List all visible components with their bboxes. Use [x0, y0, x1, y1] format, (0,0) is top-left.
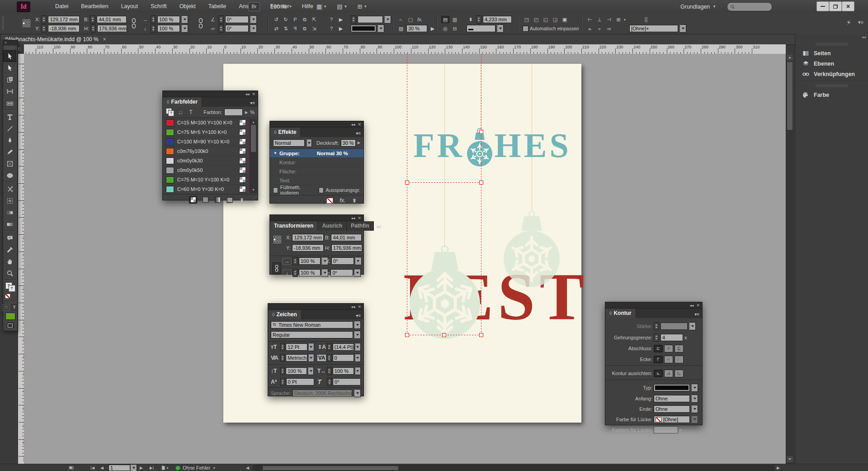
- leading-dd[interactable]: [355, 343, 361, 351]
- end-dd[interactable]: [691, 405, 698, 413]
- hscale-field[interactable]: 100 %: [333, 367, 354, 375]
- convert-proxy-button[interactable]: ⣿: [642, 16, 650, 23]
- vertical-ruler[interactable]: 0102030405060708090100110120130140150160…: [18, 54, 24, 464]
- panel-titlebar[interactable]: ◂◂✕: [163, 91, 258, 97]
- close-icon[interactable]: ✕: [358, 122, 361, 127]
- swatch-row[interactable]: C=15 M=100 Y=100 K=0: [163, 118, 258, 128]
- selection-handle[interactable]: [405, 333, 409, 337]
- skew-spinner[interactable]: [327, 378, 332, 386]
- select-container-button[interactable]: P: [291, 16, 299, 23]
- stroke-swatch[interactable]: ?: [9, 285, 15, 292]
- skew-field[interactable]: 0°: [333, 378, 361, 385]
- selection-edge-middle[interactable]: [407, 182, 481, 183]
- workspace-switcher[interactable]: Grundlagen ▼: [680, 0, 716, 13]
- effect-target-row[interactable]: Kontur:: [270, 158, 363, 167]
- height-field[interactable]: 176,936 mm: [97, 25, 127, 32]
- tab-kontur[interactable]: ◊Kontur: [605, 309, 636, 318]
- swatch-row[interactable]: C=100 M=90 Y=10 K=0: [163, 137, 258, 147]
- gap-spinner[interactable]: [476, 15, 481, 24]
- select-content-button[interactable]: ⧉: [301, 16, 309, 23]
- vertical-scrollbar[interactable]: [786, 54, 793, 464]
- first-page-button[interactable]: |◀: [89, 464, 96, 471]
- fx-button[interactable]: fx.: [340, 197, 345, 204]
- tint-slider-icon[interactable]: ▶: [245, 110, 248, 114]
- blend-mode-dropdown[interactable]: Normal: [273, 139, 305, 147]
- headline-frohes[interactable]: FR HES: [403, 126, 581, 173]
- rotation-field[interactable]: 0°: [225, 16, 249, 23]
- chevron-down-icon[interactable]: [354, 269, 361, 277]
- tab-farbfelder[interactable]: ◊Farbfelder: [163, 97, 202, 107]
- panel-titlebar[interactable]: ◂◂✕: [270, 215, 363, 221]
- opacity-slider-icon[interactable]: ▶: [358, 141, 360, 145]
- rotation-field[interactable]: 0°: [331, 257, 354, 265]
- leading-field[interactable]: (14,4 Pt): [333, 343, 354, 351]
- scale-y-field[interactable]: 100 %: [157, 25, 180, 32]
- join-bevel-button[interactable]: 〉: [675, 356, 684, 363]
- swatch-scrollbar[interactable]: ▲▼: [250, 119, 257, 193]
- vscale-spinner[interactable]: [280, 367, 285, 375]
- width-field[interactable]: 44,01 mm: [97, 16, 127, 23]
- y-spinner[interactable]: [41, 24, 47, 33]
- tab-pathfin[interactable]: Pathfin: [347, 221, 374, 231]
- rotate-cw-button[interactable]: ↻: [282, 16, 290, 23]
- selection-handle[interactable]: [442, 333, 446, 337]
- apply-color-button[interactable]: [5, 313, 15, 320]
- dock-item-ebenen[interactable]: Ebenen: [795, 58, 868, 69]
- menu-hilfe[interactable]: Hilfe: [296, 0, 320, 13]
- stroke-weight-field[interactable]: [358, 16, 383, 23]
- kerning-field[interactable]: Metrisch: [286, 354, 307, 362]
- rotation-icon[interactable]: ∠: [209, 16, 217, 23]
- dock-collapse-icon[interactable]: ◂◂: [795, 34, 868, 40]
- zoom-tool[interactable]: [3, 267, 16, 279]
- horizontal-scroll-thumb[interactable]: [263, 466, 398, 470]
- link-scale-icon[interactable]: [198, 18, 203, 31]
- tab-effekte[interactable]: ◊Effekte: [270, 128, 301, 137]
- tab-zeichen[interactable]: ◊Zeichen: [268, 310, 302, 319]
- view-mode-button[interactable]: [6, 322, 15, 329]
- effect-target-row[interactable]: Fläche:: [270, 167, 363, 176]
- trash-icon[interactable]: [352, 198, 357, 203]
- collapse-icon[interactable]: ◂◂: [351, 122, 355, 127]
- flyout-1[interactable]: ▶: [337, 16, 345, 23]
- panel-menu-icon[interactable]: ▾≡: [247, 99, 258, 107]
- preflight-status[interactable]: Ohne Fehler ▼: [175, 464, 216, 471]
- pencil-tool[interactable]: [3, 146, 16, 158]
- tint-field[interactable]: [224, 109, 243, 116]
- scissors-tool[interactable]: [3, 183, 16, 195]
- link-dimensions-icon[interactable]: [131, 18, 137, 31]
- chevron-down-icon[interactable]: [355, 257, 362, 265]
- hscroll-left-button[interactable]: ◀: [244, 464, 251, 471]
- scale-x-field[interactable]: 100 %: [157, 16, 180, 23]
- miter-spinner[interactable]: [654, 333, 659, 342]
- flyout-2[interactable]: ▶: [337, 25, 345, 32]
- knockout-group-checkbox[interactable]: [319, 187, 324, 193]
- selection-edge-left[interactable]: [407, 54, 407, 335]
- page-menu-button[interactable]: ▼: [160, 464, 169, 471]
- swatch-row[interactable]: c0m0y0k50: [163, 166, 258, 175]
- shear-field[interactable]: 0°: [225, 25, 249, 32]
- effect-target-row[interactable]: Text:: [270, 176, 363, 185]
- join-miter-button[interactable]: Γ: [654, 356, 663, 363]
- screen-mode-button[interactable]: ▤▼: [337, 3, 347, 10]
- close-button[interactable]: ×: [842, 1, 854, 11]
- stroke-type-chevron[interactable]: [377, 24, 384, 33]
- text-format-button[interactable]: T: [187, 109, 195, 116]
- object-style-dropdown[interactable]: [Ohne]+: [629, 25, 678, 32]
- selection-handle[interactable]: [479, 333, 483, 337]
- resize-grip-icon[interactable]: ⋰: [253, 195, 257, 200]
- x-field[interactable]: 129,172 mm: [292, 234, 324, 241]
- dock-item-farbe[interactable]: Farbe: [795, 90, 868, 100]
- cap-butt-button[interactable]: ⊏: [654, 345, 663, 352]
- vscale-field[interactable]: 100 %: [286, 367, 307, 375]
- align-button-1[interactable]: ⊢: [586, 16, 594, 23]
- gap-color-dropdown[interactable]: [Ohne]: [654, 416, 690, 423]
- y-field[interactable]: -18,936 mm: [292, 244, 324, 252]
- swatch-row[interactable]: C=75 M=10 Y=100 K=0: [163, 175, 258, 185]
- swatch-row[interactable]: C=75 M=5 Y=100 K=0: [163, 128, 258, 137]
- miter-field[interactable]: 4: [660, 334, 683, 341]
- cap-round-button[interactable]: ⊂: [664, 345, 673, 352]
- selection-handle[interactable]: [479, 181, 483, 185]
- isolate-blending-checkbox[interactable]: [273, 187, 278, 193]
- y-field[interactable]: -18,936 mm: [48, 25, 80, 32]
- scroll-up-button[interactable]: [787, 54, 793, 61]
